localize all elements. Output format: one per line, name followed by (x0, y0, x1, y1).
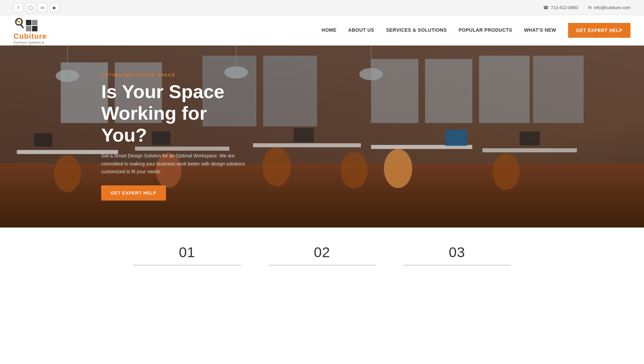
chair-icon: 🍳 (13, 19, 25, 31)
number-03: 03 (449, 244, 465, 261)
svg-rect-10 (533, 56, 584, 123)
svg-rect-9 (479, 56, 530, 123)
logo-squares (26, 20, 37, 31)
number-bar-2 (268, 265, 376, 266)
social-icons: f ◯ in ▶ (13, 3, 59, 12)
number-02: 02 (314, 244, 330, 261)
svg-rect-8 (425, 59, 472, 123)
hero-section: OPTIMIZING OFFICE SPACE Is Your Space Wo… (0, 46, 644, 228)
youtube-icon[interactable]: ▶ (50, 3, 59, 12)
hero-title-line1: Is Your Space (101, 81, 224, 102)
svg-point-20 (341, 152, 368, 189)
number-block-1: 01 (120, 244, 255, 266)
svg-rect-6 (263, 56, 317, 126)
hero-title: Is Your Space Working for You? (101, 81, 253, 146)
logo[interactable]: 🍳 Cubiture Furniture Systems & Cubicles,… (13, 19, 54, 42)
phone-icon: ☎ (543, 5, 549, 10)
hero-description: Get a Smart Design Solution for an Optim… (101, 152, 253, 176)
hero-title-line2: Working for You? (101, 102, 207, 145)
svg-rect-14 (253, 143, 361, 147)
hero-cta-button[interactable]: GET EXPERT HELP (101, 185, 166, 201)
svg-rect-7 (371, 59, 418, 123)
nav-products[interactable]: POPULAR PRODUCTS (459, 26, 512, 35)
nav-whats-new[interactable]: WHAT'S NEW (524, 26, 556, 35)
svg-rect-26 (445, 130, 467, 146)
number-bar-1 (133, 265, 241, 266)
facebook-icon[interactable]: f (13, 3, 23, 12)
email-address[interactable]: info@cubiture.com (594, 5, 631, 10)
email-icon: ✉ (588, 5, 592, 10)
get-expert-help-button[interactable]: GET EXPERT HELP (568, 23, 631, 38)
number-block-3: 03 (390, 244, 525, 266)
nav-services[interactable]: SERVICES & SOLUTIONS (386, 26, 447, 35)
svg-rect-27 (520, 131, 540, 146)
header: 🍳 Cubiture Furniture Systems & Cubicles,… (0, 15, 644, 46)
contact-info: ☎ 713-412-0900 ✉ info@cubiture.com (543, 5, 631, 10)
phone-contact: ☎ 713-412-0900 (543, 5, 578, 10)
svg-point-22 (493, 154, 520, 190)
number-01: 01 (179, 244, 195, 261)
nav-home[interactable]: HOME (321, 26, 336, 35)
svg-rect-16 (482, 148, 577, 152)
brand-name: Cubiture (13, 32, 47, 41)
phone-number[interactable]: 713-412-0900 (551, 5, 578, 10)
svg-point-19 (262, 147, 291, 186)
numbers-section: 01 02 03 (0, 228, 644, 276)
number-block-2: 02 (255, 244, 390, 266)
main-nav: HOME ABOUT US SERVICES & SOLUTIONS POPUL… (321, 23, 631, 38)
instagram-icon[interactable]: ◯ (26, 3, 35, 12)
nav-about[interactable]: ABOUT US (348, 26, 374, 35)
linkedin-icon[interactable]: in (38, 3, 47, 12)
number-bar-3 (403, 265, 511, 266)
top-bar: f ◯ in ▶ ☎ 713-412-0900 ✉ info@cubiture.… (0, 0, 644, 15)
email-contact: ✉ info@cubiture.com (588, 5, 631, 10)
svg-point-21 (384, 149, 412, 188)
svg-rect-25 (293, 128, 314, 142)
hero-label: OPTIMIZING OFFICE SPACE (101, 72, 253, 78)
hero-content: OPTIMIZING OFFICE SPACE Is Your Space Wo… (0, 72, 253, 201)
